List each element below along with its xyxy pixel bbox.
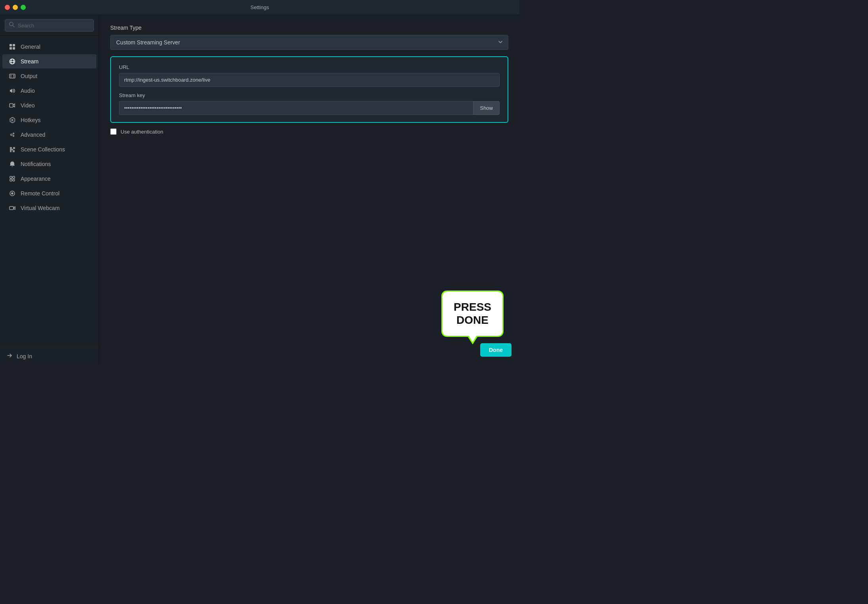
svg-line-1	[13, 25, 14, 27]
stream-type-label: Stream Type	[110, 25, 508, 31]
sidebar-item-audio[interactable]: Audio	[2, 84, 96, 98]
bell-icon	[9, 161, 16, 168]
press-done-line1: PRESS	[454, 301, 491, 313]
svg-point-16	[13, 133, 14, 134]
stream-type-dropdown-container: Custom Streaming Server Twitch YouTube F…	[110, 35, 508, 50]
sidebar-item-label: General	[21, 44, 40, 50]
gear-icon	[9, 117, 16, 124]
url-input[interactable]	[119, 73, 500, 87]
svg-rect-12	[10, 76, 11, 77]
sidebar-item-appearance[interactable]: Appearance	[2, 172, 96, 186]
stream-key-row: Show	[119, 101, 500, 115]
press-done-tooltip: PRESS DONE	[441, 291, 504, 337]
svg-rect-4	[10, 47, 12, 50]
svg-rect-5	[13, 47, 15, 50]
svg-point-17	[13, 136, 14, 137]
press-done-text: PRESS DONE	[454, 300, 491, 327]
sidebar-item-hotkeys[interactable]: Hotkeys	[2, 113, 96, 127]
sidebar-item-label: Output	[21, 73, 37, 79]
sidebar-item-advanced[interactable]: Advanced	[2, 128, 96, 142]
video-icon	[9, 102, 16, 109]
done-button-container: Done	[480, 343, 512, 357]
show-stream-key-button[interactable]: Show	[473, 101, 500, 115]
search-container	[0, 15, 99, 36]
main-layout: General Stream	[0, 15, 519, 365]
server-config-box: URL Stream key Show	[110, 56, 508, 123]
sidebar-item-remote-control[interactable]: Remote Control	[2, 186, 96, 201]
sidebar-item-label: Appearance	[21, 176, 51, 182]
speaker-icon	[9, 87, 16, 94]
search-input[interactable]	[18, 23, 90, 29]
sidebar-item-output[interactable]: Output	[2, 69, 96, 83]
done-button[interactable]: Done	[480, 343, 512, 357]
stream-type-select[interactable]: Custom Streaming Server Twitch YouTube F…	[110, 35, 508, 50]
login-item[interactable]: Log In	[6, 352, 92, 360]
arrow-right-icon	[6, 352, 13, 360]
press-done-box: PRESS DONE	[441, 291, 504, 337]
svg-point-21	[13, 179, 15, 181]
svg-rect-2	[10, 44, 12, 46]
use-auth-label[interactable]: Use authentication	[121, 129, 163, 135]
globe-icon	[9, 58, 16, 65]
gears-icon	[9, 131, 16, 138]
sidebar-item-label: Stream	[21, 58, 38, 65]
film-icon	[9, 73, 16, 80]
svg-rect-13	[13, 76, 14, 77]
auth-row: Use authentication	[110, 128, 508, 135]
search-box	[5, 19, 94, 32]
sidebar-item-scene-collections[interactable]: Scene Collections	[2, 142, 96, 157]
url-label: URL	[119, 64, 500, 70]
sidebar-item-virtual-webcam[interactable]: Virtual Webcam	[2, 201, 96, 215]
sidebar-item-label: Remote Control	[21, 190, 59, 197]
minimize-button[interactable]	[13, 5, 18, 10]
sidebar-item-stream[interactable]: Stream	[2, 54, 96, 69]
svg-rect-14	[10, 104, 13, 107]
svg-rect-18	[10, 176, 12, 178]
sidebar-item-label: Scene Collections	[21, 146, 65, 153]
traffic-lights	[5, 5, 26, 10]
close-button[interactable]	[5, 5, 10, 10]
content-area: Stream Type Custom Streaming Server Twit…	[99, 15, 519, 365]
sidebar-bottom: Log In	[0, 347, 99, 365]
use-auth-checkbox[interactable]	[110, 128, 117, 135]
puzzle-icon	[9, 146, 16, 153]
stream-key-input[interactable]	[119, 101, 473, 115]
titlebar: Settings	[0, 0, 519, 15]
press-done-line2: DONE	[456, 314, 489, 326]
svg-point-23	[11, 193, 13, 194]
sidebar-item-video[interactable]: Video	[2, 98, 96, 113]
window-title: Settings	[251, 4, 269, 10]
login-label: Log In	[17, 353, 32, 359]
sidebar-item-notifications[interactable]: Notifications	[2, 157, 96, 171]
tooltip-arrow-inner	[468, 335, 477, 342]
maximize-button[interactable]	[21, 5, 26, 10]
svg-rect-24	[10, 206, 13, 210]
sidebar-item-label: Hotkeys	[21, 117, 41, 123]
svg-rect-11	[13, 75, 14, 76]
sidebar-item-general[interactable]: General	[2, 40, 96, 54]
swatch-icon	[9, 175, 16, 182]
svg-rect-9	[10, 74, 15, 78]
svg-point-15	[11, 134, 12, 136]
sidebar-item-label: Notifications	[21, 161, 51, 167]
search-icon	[9, 22, 15, 29]
grid-icon	[9, 43, 16, 50]
svg-rect-3	[13, 44, 15, 46]
nav-items: General Stream	[0, 36, 99, 347]
svg-rect-10	[10, 75, 11, 76]
sidebar-item-label: Audio	[21, 88, 35, 94]
camera-icon	[9, 205, 16, 212]
circle-icon	[9, 190, 16, 197]
stream-key-label: Stream key	[119, 92, 500, 98]
sidebar: General Stream	[0, 15, 99, 365]
sidebar-item-label: Video	[21, 102, 35, 109]
svg-rect-19	[13, 176, 15, 178]
svg-rect-20	[10, 179, 12, 181]
sidebar-item-label: Virtual Webcam	[21, 205, 59, 211]
sidebar-item-label: Advanced	[21, 132, 45, 138]
